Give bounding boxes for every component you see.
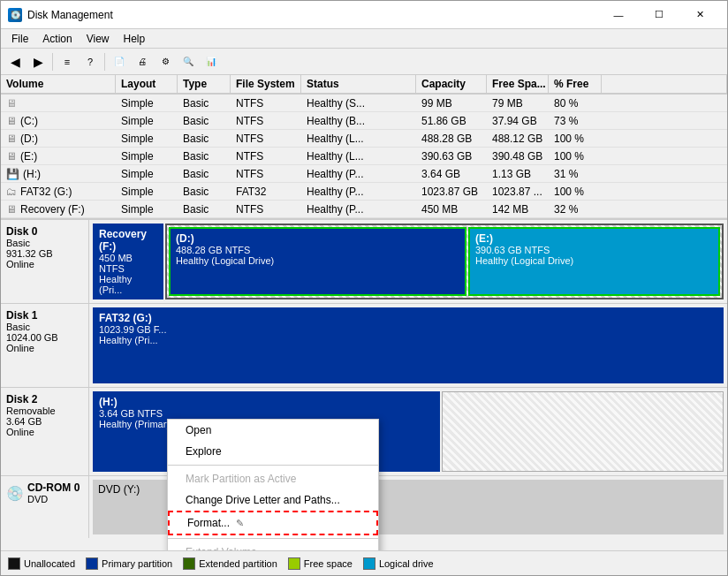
toolbar-btn-new[interactable]: 📄 [109, 52, 130, 72]
ctx-extend[interactable]: Extend Volume... [168, 542, 378, 550]
col-volume[interactable]: Volume [1, 75, 116, 93]
toolbar-btn-chart[interactable]: 📊 [201, 52, 222, 72]
ctx-change-drive[interactable]: Change Drive Letter and Paths... [168, 489, 378, 511]
maximize-button[interactable]: ☐ [639, 6, 679, 24]
cell-layout-4: Simple [116, 167, 178, 181]
table-row[interactable]: 🖥Recovery (F:) Simple Basic NTFS Healthy… [1, 201, 727, 218]
forward-button[interactable]: ▶ [27, 52, 49, 72]
cell-volume-0: 🖥 [1, 96, 116, 110]
ctx-open[interactable]: Open [168, 420, 378, 441]
disk-0-size: 931.32 GB [6, 248, 83, 259]
cell-free-6: 142 MB [487, 202, 549, 216]
disk-area: Disk 0 Basic 931.32 GB Online Recovery (… [1, 220, 727, 550]
menu-bar: File Action View Help [1, 29, 727, 49]
toolbar-sep-1 [52, 53, 53, 71]
legend-unallocated-label: Unallocated [24, 558, 75, 569]
back-button[interactable]: ◀ [4, 52, 26, 72]
disk-cdrom-type: DVD [27, 494, 80, 504]
disk-0-name: Disk 0 [6, 225, 83, 238]
partition-g-name: FAT32 (G:) [99, 312, 717, 324]
menu-help[interactable]: Help [117, 31, 153, 46]
cell-pct-5: 100 % [549, 185, 602, 199]
partition-e-info: Healthy (Logical Drive) [475, 255, 713, 266]
partition-g[interactable]: FAT32 (G:) 1023.99 GB F... Healthy (Pri.… [93, 307, 724, 383]
toolbar-sep-2 [104, 53, 105, 71]
context-menu: Open Explore Mark Partition as Active Ch… [167, 419, 379, 550]
legend-extended-color [183, 557, 195, 570]
cell-free-5: 1023.87 ... [487, 185, 549, 199]
cell-free-2: 488.12 GB [487, 132, 549, 146]
cell-layout-2: Simple [116, 132, 178, 146]
title-bar: 💽 Disk Management — ☐ ✕ [1, 1, 727, 29]
col-status[interactable]: Status [301, 75, 416, 93]
cell-cap-1: 51.86 GB [416, 114, 487, 128]
extended-partition: (D:) 488.28 GB NTFS Healthy (Logical Dri… [165, 224, 724, 299]
col-extra[interactable] [602, 75, 727, 93]
ctx-explore[interactable]: Explore [168, 441, 378, 462]
cell-layout-0: Simple [116, 96, 178, 110]
toolbar-btn-list[interactable]: ≡ [57, 52, 78, 72]
partition-h-size: 3.64 GB NTFS [99, 408, 434, 419]
col-capacity[interactable]: Capacity [416, 75, 487, 93]
menu-action[interactable]: Action [35, 31, 79, 46]
disk-1-row: Disk 1 Basic 1024.00 GB Online FAT32 (G:… [1, 304, 727, 388]
cell-type-4: Basic [178, 167, 231, 181]
cell-fs-5: FAT32 [231, 185, 301, 199]
toolbar-btn-settings[interactable]: ⚙ [155, 52, 176, 72]
col-percentfree[interactable]: % Free [549, 75, 602, 93]
cell-pct-0: 80 % [549, 96, 602, 110]
cell-layout-6: Simple [116, 202, 178, 216]
col-layout[interactable]: Layout [116, 75, 178, 93]
ctx-mark-active[interactable]: Mark Partition as Active [168, 468, 378, 489]
ctx-format[interactable]: Format... ✎ [168, 511, 378, 535]
cell-type-3: Basic [178, 149, 231, 163]
cell-fs-4: NTFS [231, 167, 301, 181]
toolbar: ◀ ▶ ≡ ? 📄 🖨 ⚙ 🔍 📊 [1, 49, 727, 75]
col-type[interactable]: Type [178, 75, 231, 93]
cell-volume-6: 🖥Recovery (F:) [1, 202, 116, 216]
table-row[interactable]: 🖥 Simple Basic NTFS Healthy (S... 99 MB … [1, 95, 727, 112]
col-filesystem[interactable]: File System [231, 75, 301, 93]
cdrom-icon: 💿 [6, 485, 24, 502]
toolbar-btn-help[interactable]: ? [80, 52, 101, 72]
disk-2-name: Disk 2 [6, 393, 83, 405]
legend-freespace-color [288, 557, 300, 570]
window-controls: — ☐ ✕ [598, 6, 720, 24]
cell-pct-2: 100 % [549, 132, 602, 146]
disk-2-size: 3.64 GB [6, 416, 83, 427]
menu-view[interactable]: View [80, 31, 117, 46]
minimize-button[interactable]: — [598, 6, 639, 24]
col-freespace[interactable]: Free Spa... [487, 75, 549, 93]
disk-2-label: Disk 2 Removable 3.64 GB Online [1, 388, 89, 475]
table-row[interactable]: 🖥(D:) Simple Basic NTFS Healthy (L... 48… [1, 130, 727, 148]
close-button[interactable]: ✕ [679, 6, 720, 24]
table-row[interactable]: 🗂FAT32 (G:) Simple Basic FAT32 Healthy (… [1, 183, 727, 201]
table-row[interactable]: 🖥(E:) Simple Basic NTFS Healthy (L... 39… [1, 148, 727, 165]
toolbar-btn-search[interactable]: 🔍 [178, 52, 199, 72]
disk-0-label: Disk 0 Basic 931.32 GB Online [1, 220, 89, 303]
partition-e-name: (E:) [475, 232, 713, 245]
partition-e[interactable]: (E:) 390.63 GB NTFS Healthy (Logical Dri… [468, 227, 720, 296]
disk-cdrom-label: 💿 CD-ROM 0 DVD [1, 476, 89, 538]
ctx-sep-2 [168, 538, 378, 539]
cell-type-2: Basic [178, 132, 231, 146]
cell-volume-3: 🖥(E:) [1, 149, 116, 163]
legend: Unallocated Primary partition Extended p… [1, 550, 727, 575]
partition-d[interactable]: (D:) 488.28 GB NTFS Healthy (Logical Dri… [169, 227, 466, 296]
toolbar-btn-print[interactable]: 🖨 [132, 52, 153, 72]
partition-d-name: (D:) [176, 232, 459, 245]
table-row[interactable]: 🖥(C:) Simple Basic NTFS Healthy (B... 51… [1, 112, 727, 130]
partition-recovery[interactable]: Recovery (F:) 450 MB NTFS Healthy (Pri..… [93, 224, 163, 299]
table-row[interactable]: 💾(H:) Simple Basic NTFS Healthy (P... 3.… [1, 165, 727, 183]
disk-1-partitions: FAT32 (G:) 1023.99 GB F... Healthy (Pri.… [89, 304, 727, 387]
cell-type-6: Basic [178, 202, 231, 216]
legend-logical-color [363, 557, 375, 570]
partition-g-info: Healthy (Pri... [99, 335, 717, 345]
menu-file[interactable]: File [4, 31, 35, 46]
app-icon: 💽 [8, 8, 22, 22]
legend-freespace: Free space [288, 557, 353, 570]
legend-logical-label: Logical drive [379, 558, 434, 569]
disk-1-size: 1024.00 GB [6, 332, 83, 343]
partition-d-size: 488.28 GB NTFS [176, 245, 459, 255]
ctx-sep-1 [168, 465, 378, 466]
